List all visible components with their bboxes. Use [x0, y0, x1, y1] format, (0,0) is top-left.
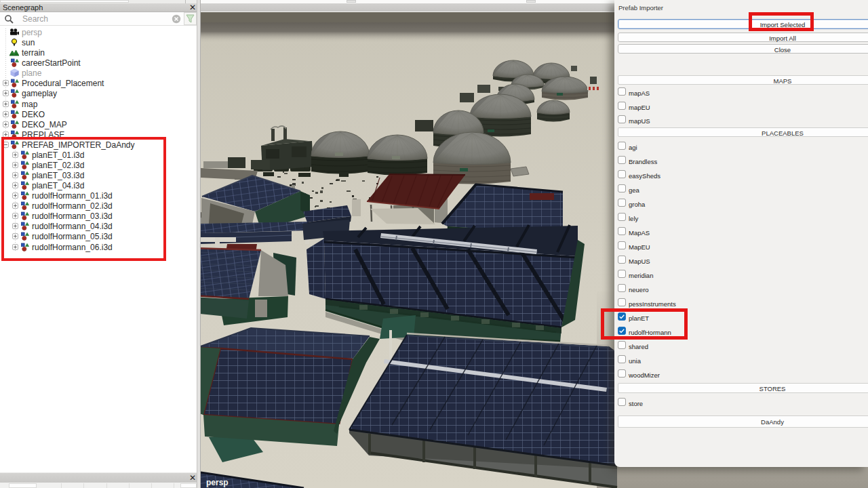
- svg-text:persp: persp: [206, 478, 229, 487]
